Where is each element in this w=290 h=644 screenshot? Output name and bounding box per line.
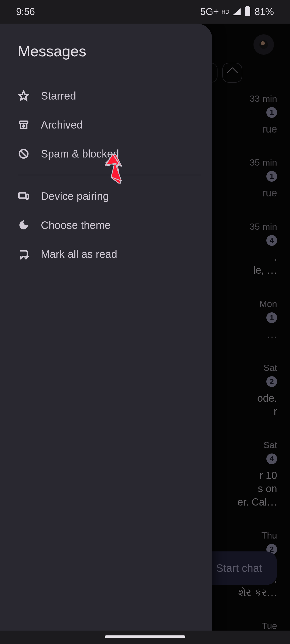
navigation-drawer: Messages Starred Archived Spam & blocked… [0,24,212,644]
drawer-item-label: Mark all as read [41,248,117,260]
devices-icon [18,190,30,202]
star-icon [18,90,30,102]
drawer-item-pairing[interactable]: Device pairing [18,182,212,211]
svg-marker-7 [106,154,121,181]
drawer-item-label: Archived [41,119,83,131]
svg-rect-3 [19,193,26,198]
archive-icon [18,119,30,131]
battery-icon [245,7,250,16]
nav-handle[interactable] [105,635,185,638]
drawer-item-theme[interactable]: Choose theme [18,211,212,240]
svg-rect-0 [20,121,28,123]
hd-indicator: HD [222,9,229,15]
svg-rect-4 [26,194,28,199]
annotation-arrow-icon [105,154,126,184]
theme-icon [18,219,30,231]
block-icon [18,148,30,160]
status-bar: 9:56 5G+ HD 81% [0,0,290,24]
drawer-item-label: Device pairing [41,190,109,202]
network-type: 5G+ [200,6,219,17]
drawer-item-mark-read[interactable]: Mark all as read [18,240,212,269]
mark-read-icon [18,248,30,260]
drawer-item-archived[interactable]: Archived [18,110,212,139]
svg-line-2 [21,151,27,157]
drawer-title: Messages [18,42,212,60]
status-time: 9:56 [16,6,35,17]
signal-icon [233,8,241,15]
drawer-item-label: Starred [41,90,76,102]
gesture-nav-bar [0,631,290,644]
battery-percent: 81% [255,6,274,17]
status-right: 5G+ HD 81% [200,6,274,17]
drawer-item-starred[interactable]: Starred [18,81,212,110]
drawer-item-label: Choose theme [41,219,111,231]
